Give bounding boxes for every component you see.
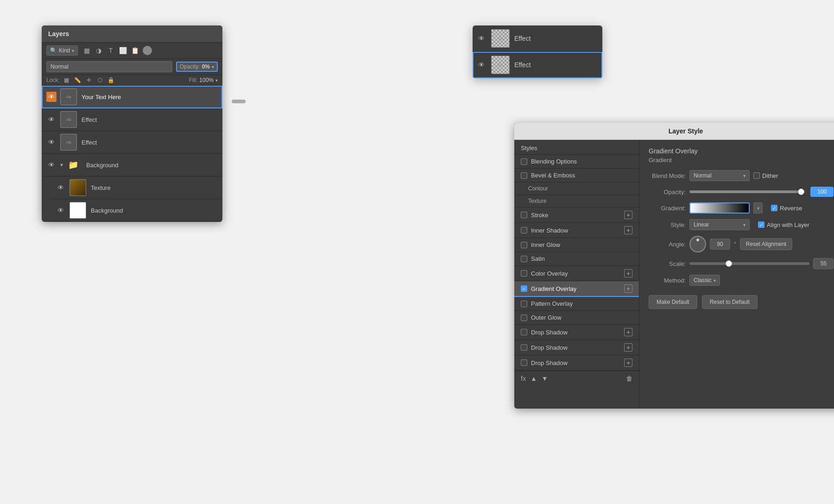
- menu-drop-shadow-1[interactable]: Drop Shadow +: [514, 325, 639, 340]
- checkbox-stroke[interactable]: [521, 212, 527, 218]
- menu-drop-shadow-3[interactable]: Drop Shadow +: [514, 355, 639, 371]
- checkbox-pattern-overlay[interactable]: [521, 301, 527, 307]
- menu-outer-glow[interactable]: Outer Glow: [514, 311, 639, 325]
- checkbox-gradient-overlay[interactable]: [521, 285, 527, 292]
- layer-row-effect1[interactable]: 👁 Aa Effect: [42, 108, 222, 131]
- checkbox-inner-shadow[interactable]: [521, 227, 527, 233]
- plus-drop-shadow-2[interactable]: +: [624, 343, 632, 352]
- eye-icon-effect1[interactable]: 👁: [46, 114, 57, 125]
- move-up-icon[interactable]: ▲: [531, 375, 537, 382]
- layer-row-your-text[interactable]: 👁 Aa Your Text Here: [42, 86, 222, 108]
- layers-panel-title: Layers: [42, 25, 222, 43]
- mini-layer-effect-bottom[interactable]: 👁 Aa Effect: [473, 52, 602, 78]
- menu-blending-options[interactable]: Blending Options: [514, 155, 639, 169]
- checkbox-blending-options[interactable]: [521, 158, 527, 165]
- eye-icon-your-text[interactable]: 👁: [46, 92, 57, 102]
- plus-drop-shadow-3[interactable]: +: [624, 359, 632, 367]
- eye-icon-background[interactable]: 👁: [56, 205, 66, 215]
- menu-gradient-overlay[interactable]: Gradient Overlay +: [514, 281, 639, 297]
- label-stroke: Stroke: [531, 212, 549, 219]
- checkbox-drop-shadow-3[interactable]: [521, 359, 527, 366]
- plus-color-overlay[interactable]: +: [624, 269, 632, 277]
- menu-drop-shadow-2[interactable]: Drop Shadow +: [514, 340, 639, 355]
- method-dropdown[interactable]: Classic ▾: [689, 275, 720, 286]
- align-layer-checkbox[interactable]: [758, 221, 764, 228]
- lock-artboard-icon[interactable]: ⬡: [96, 77, 104, 83]
- checkbox-satin[interactable]: [521, 256, 527, 262]
- layer-row-texture[interactable]: 👁 Texture: [51, 176, 222, 199]
- angle-input[interactable]: [710, 239, 730, 250]
- label-pattern-overlay: Pattern Overlay: [531, 300, 573, 307]
- plus-inner-shadow[interactable]: +: [624, 226, 632, 234]
- adjustment-filter-icon[interactable]: ◑: [95, 47, 103, 54]
- opacity-input-right[interactable]: [810, 187, 834, 197]
- eye-icon-background-group[interactable]: 👁: [46, 160, 57, 170]
- reset-to-default-button[interactable]: Reset to Default: [702, 295, 758, 309]
- filter-toggle[interactable]: [143, 46, 152, 55]
- dither-checkbox-label[interactable]: Dither: [753, 172, 778, 179]
- text-filter-icon[interactable]: T: [107, 47, 115, 54]
- scale-slider[interactable]: [689, 262, 809, 265]
- lock-all-icon[interactable]: 🔒: [107, 77, 115, 83]
- menu-color-overlay[interactable]: Color Overlay +: [514, 266, 639, 281]
- thumb-your-text: Aa: [60, 88, 77, 105]
- method-label: Method:: [649, 277, 686, 284]
- eye-icon-effect2[interactable]: 👁: [46, 137, 57, 147]
- checkbox-inner-glow[interactable]: [521, 242, 527, 248]
- plus-drop-shadow-1[interactable]: +: [624, 328, 632, 336]
- reset-alignment-button[interactable]: Reset Alignment: [740, 238, 792, 250]
- reverse-checkbox[interactable]: [771, 205, 777, 211]
- layer-row-background-group[interactable]: 👁 ▾ 📁 Background: [42, 154, 222, 176]
- menu-contour[interactable]: Contour: [514, 183, 639, 195]
- style-dropdown[interactable]: Linear ▾: [689, 219, 750, 230]
- menu-bevel-emboss[interactable]: Bevel & Emboss: [514, 169, 639, 183]
- checkbox-bevel-emboss[interactable]: [521, 172, 527, 179]
- mini-eye-effect-top[interactable]: 👁: [478, 35, 486, 42]
- label-inner-glow: Inner Glow: [531, 241, 560, 248]
- gradient-preview[interactable]: [689, 202, 750, 214]
- checkbox-drop-shadow-2[interactable]: [521, 344, 527, 351]
- make-default-button[interactable]: Make Default: [649, 295, 697, 309]
- lock-pixel-icon[interactable]: ▦: [63, 77, 71, 83]
- layer-name-background-group: Background: [86, 162, 118, 169]
- dither-checkbox[interactable]: [753, 172, 760, 179]
- fx-icon[interactable]: fx: [521, 375, 526, 382]
- label-drop-shadow-1: Drop Shadow: [531, 329, 568, 336]
- label-drop-shadow-2: Drop Shadow: [531, 344, 568, 351]
- plus-stroke[interactable]: +: [624, 211, 632, 219]
- gradient-dropdown-arrow-icon[interactable]: ▾: [753, 202, 763, 214]
- opacity-control[interactable]: Opacity: 0% ▾: [176, 62, 218, 72]
- menu-pattern-overlay[interactable]: Pattern Overlay: [514, 297, 639, 311]
- align-layer-checkbox-label[interactable]: Align with Layer: [758, 221, 809, 228]
- eye-icon-texture[interactable]: 👁: [56, 183, 66, 193]
- menu-inner-shadow[interactable]: Inner Shadow +: [514, 223, 639, 238]
- mini-name-effect-bottom: Effect: [514, 61, 531, 69]
- angle-dial[interactable]: [689, 236, 706, 252]
- delete-icon[interactable]: 🗑: [626, 375, 632, 382]
- checkbox-outer-glow[interactable]: [521, 315, 527, 321]
- menu-stroke[interactable]: Stroke +: [514, 208, 639, 223]
- menu-texture[interactable]: Texture: [514, 195, 639, 208]
- shape-filter-icon[interactable]: ⬜: [119, 47, 127, 54]
- blend-mode-dropdown[interactable]: Normal: [46, 61, 172, 72]
- opacity-slider[interactable]: [689, 190, 807, 193]
- layer-row-effect2[interactable]: 👁 Aa Effect: [42, 131, 222, 154]
- smartobj-filter-icon[interactable]: 📋: [131, 47, 139, 54]
- scale-input[interactable]: [813, 258, 834, 269]
- lock-move-icon[interactable]: ✛: [85, 77, 93, 83]
- thumb-texture: [70, 179, 86, 196]
- lock-draw-icon[interactable]: ✏️: [74, 77, 82, 83]
- move-down-icon[interactable]: ▼: [542, 375, 548, 382]
- plus-gradient-overlay[interactable]: +: [624, 284, 632, 293]
- mini-eye-effect-bottom[interactable]: 👁: [478, 61, 486, 69]
- pixel-filter-icon[interactable]: ▦: [82, 47, 91, 54]
- menu-inner-glow[interactable]: Inner Glow: [514, 238, 639, 252]
- kind-dropdown[interactable]: 🔍 Kind ▾: [46, 45, 78, 56]
- blend-mode-dropdown-right[interactable]: Normal ▾: [689, 170, 750, 181]
- menu-satin[interactable]: Satin: [514, 252, 639, 266]
- mini-layer-effect-top[interactable]: 👁 Aa Effect: [473, 25, 602, 52]
- checkbox-drop-shadow-1[interactable]: [521, 329, 527, 335]
- reverse-checkbox-label[interactable]: Reverse: [771, 205, 802, 212]
- checkbox-color-overlay[interactable]: [521, 270, 527, 277]
- layer-row-background[interactable]: 👁 Background: [51, 199, 222, 222]
